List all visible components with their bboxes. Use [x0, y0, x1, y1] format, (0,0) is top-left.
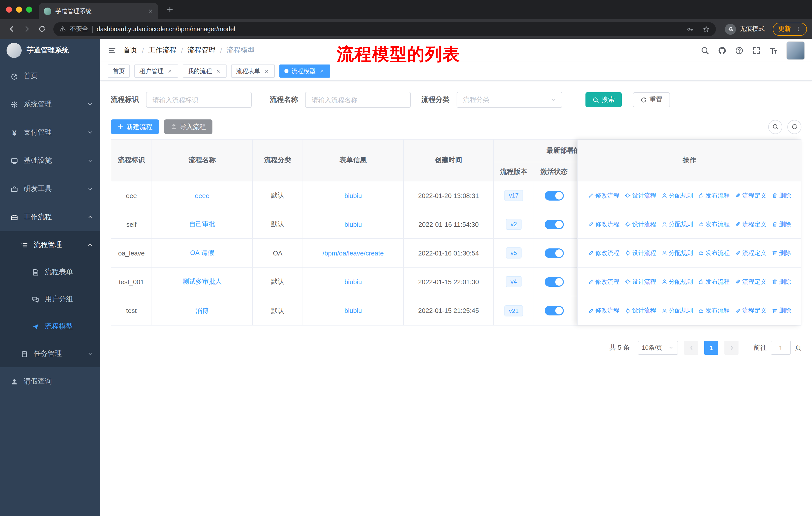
delete-action-link[interactable]: 删除	[772, 277, 791, 286]
publish-action-link[interactable]: 发布流程	[698, 249, 730, 257]
back-button[interactable]	[5, 25, 18, 33]
form-info-link[interactable]: biubiu	[344, 278, 362, 286]
delete-action-link[interactable]: 删除	[772, 220, 791, 228]
modify-action-link[interactable]: 修改流程	[588, 306, 619, 315]
sidebar-item-process-form[interactable]: 流程表单	[0, 259, 100, 286]
url-text[interactable]: dashboard.yudao.iocoder.cn/bpm/manager/m…	[97, 25, 677, 32]
browser-menu-icon[interactable]	[795, 26, 802, 32]
minimize-window-button[interactable]	[16, 6, 22, 12]
design-action-link[interactable]: 设计流程	[625, 220, 656, 228]
definition-action-link[interactable]: 流程定义	[735, 220, 766, 228]
definition-action-link[interactable]: 流程定义	[735, 191, 766, 200]
definition-action-link[interactable]: 流程定义	[735, 277, 766, 286]
sidebar-item-process-model[interactable]: 流程模型	[0, 313, 100, 340]
goto-page-input[interactable]	[771, 341, 791, 355]
sidebar-item-leave-query[interactable]: 请假查询	[0, 368, 100, 396]
page-number-1[interactable]: 1	[704, 341, 718, 355]
form-info-link[interactable]: biubiu	[344, 307, 362, 315]
form-info-link[interactable]: biubiu	[344, 192, 362, 199]
process-name-link[interactable]: 滔博	[196, 307, 209, 314]
close-icon[interactable]	[215, 68, 222, 74]
tag-view-2[interactable]: 我的流程	[183, 64, 227, 78]
sidebar-item-process-management[interactable]: 流程管理	[0, 231, 100, 259]
search-button[interactable]: 搜索	[585, 92, 622, 107]
modify-action-link[interactable]: 修改流程	[588, 220, 619, 228]
password-key-icon[interactable]	[687, 25, 694, 32]
table-refresh-button[interactable]	[787, 120, 802, 134]
app-logo[interactable]: 芋道管理系统	[0, 39, 100, 62]
definition-action-link[interactable]: 流程定义	[735, 249, 766, 257]
sidebar-item-payment[interactable]: ¥支付管理	[0, 118, 100, 147]
process-key-input[interactable]	[146, 92, 252, 108]
close-icon[interactable]	[167, 68, 173, 74]
table-search-button[interactable]	[768, 120, 782, 134]
font-size-icon[interactable]	[769, 46, 778, 55]
design-action-link[interactable]: 设计流程	[625, 249, 656, 257]
tag-view-3[interactable]: 流程表单	[231, 64, 275, 78]
import-process-button[interactable]: 导入流程	[164, 119, 212, 134]
active-toggle[interactable]	[545, 277, 563, 287]
definition-action-link[interactable]: 流程定义	[735, 306, 766, 315]
active-toggle[interactable]	[545, 191, 563, 200]
sidebar-item-user-group[interactable]: 用户分组	[0, 286, 100, 313]
close-icon[interactable]	[263, 68, 270, 74]
zoom-window-button[interactable]	[26, 6, 32, 12]
assign-rule-action-link[interactable]: 分配规则	[661, 191, 693, 200]
publish-action-link[interactable]: 发布流程	[698, 306, 730, 315]
close-icon[interactable]	[319, 68, 325, 74]
sidebar-item-infrastructure[interactable]: 基础设施	[0, 147, 100, 175]
reload-button[interactable]	[35, 25, 48, 33]
tag-view-4[interactable]: 流程模型	[280, 64, 330, 78]
modify-action-link[interactable]: 修改流程	[588, 249, 619, 257]
github-icon[interactable]	[718, 46, 726, 55]
sidebar-collapse-icon[interactable]	[108, 46, 116, 55]
active-toggle[interactable]	[545, 248, 563, 258]
sidebar-item-dev-tools[interactable]: 研发工具	[0, 175, 100, 203]
sidebar-item-system[interactable]: 系统管理	[0, 90, 100, 118]
delete-action-link[interactable]: 删除	[772, 249, 791, 257]
process-name-link[interactable]: eeee	[195, 192, 209, 199]
browser-tab[interactable]: 芋道管理系统	[39, 3, 158, 19]
process-name-input[interactable]	[305, 92, 411, 108]
modify-action-link[interactable]: 修改流程	[588, 277, 619, 286]
help-icon[interactable]	[735, 46, 744, 55]
prev-page-button[interactable]	[684, 341, 698, 355]
process-name-link[interactable]: 自己审批	[189, 220, 215, 228]
assign-rule-action-link[interactable]: 分配规则	[661, 249, 693, 257]
publish-action-link[interactable]: 发布流程	[698, 277, 730, 286]
active-toggle[interactable]	[545, 219, 563, 229]
page-size-select[interactable]: 10条/页	[638, 341, 678, 355]
search-icon[interactable]	[701, 46, 709, 55]
publish-action-link[interactable]: 发布流程	[698, 191, 730, 200]
delete-action-link[interactable]: 删除	[772, 191, 791, 200]
sidebar-item-workflow[interactable]: 工作流程	[0, 203, 100, 231]
close-window-button[interactable]	[6, 6, 12, 12]
form-info-link[interactable]: /bpm/oa/leave/create	[323, 249, 384, 257]
update-button[interactable]: 更新	[773, 22, 807, 35]
form-info-link[interactable]: biubiu	[344, 220, 362, 228]
process-name-link[interactable]: OA 请假	[190, 249, 214, 256]
publish-action-link[interactable]: 发布流程	[698, 220, 730, 228]
breadcrumb-item[interactable]: 工作流程	[148, 46, 176, 55]
sidebar-item-home[interactable]: 首页	[0, 62, 100, 90]
assign-rule-action-link[interactable]: 分配规则	[661, 220, 693, 228]
reset-button[interactable]: 重置	[633, 92, 670, 107]
assign-rule-action-link[interactable]: 分配规则	[661, 277, 693, 286]
next-page-button[interactable]	[724, 341, 738, 355]
tab-close-icon[interactable]	[148, 8, 153, 13]
active-toggle[interactable]	[545, 306, 563, 316]
fullscreen-icon[interactable]	[752, 46, 761, 55]
create-process-button[interactable]: 新建流程	[111, 119, 159, 134]
delete-action-link[interactable]: 删除	[772, 306, 791, 315]
new-tab-button[interactable]	[166, 5, 174, 13]
tag-view-1[interactable]: 租户管理	[135, 64, 178, 78]
address-bar[interactable]: 不安全 dashboard.yudao.iocoder.cn/bpm/manag…	[53, 22, 716, 36]
breadcrumb-item[interactable]: 流程管理	[187, 46, 216, 55]
modify-action-link[interactable]: 修改流程	[588, 191, 619, 200]
user-avatar[interactable]	[786, 41, 805, 60]
bookmark-star-icon[interactable]	[703, 25, 710, 32]
security-label[interactable]: 不安全	[70, 25, 88, 33]
design-action-link[interactable]: 设计流程	[625, 306, 656, 315]
process-name-link[interactable]: 测试多审批人	[182, 278, 222, 285]
breadcrumb-item[interactable]: 首页	[123, 46, 138, 55]
